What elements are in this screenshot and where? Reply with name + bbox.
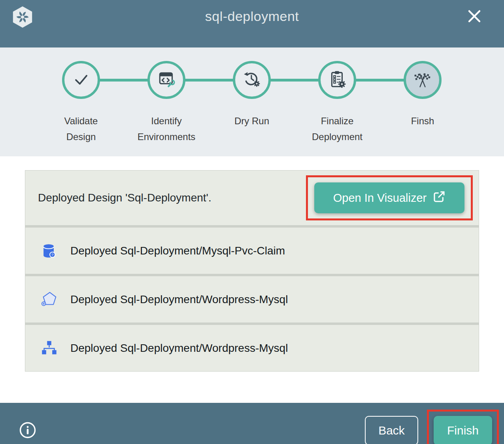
info-button[interactable]: [19, 421, 37, 440]
footer-actions: Back Finish: [365, 410, 499, 444]
deployed-item-row: ? Deployed Sql-Deployment/Mysql-Pvc-Clai…: [25, 227, 479, 274]
step-label: Identify Environments: [138, 113, 196, 145]
finish-annotation-box: Finish: [427, 410, 499, 444]
deployment-result-list: Deployed Design 'Sql-Deployment'. Open I…: [25, 170, 479, 372]
step-label: Dry Run: [234, 113, 269, 129]
finalize-icon: [327, 69, 347, 91]
open-in-visualizer-button[interactable]: Open In Visualizer: [314, 182, 464, 213]
svg-text:?: ?: [51, 252, 53, 257]
open-visualizer-label: Open In Visualizer: [333, 192, 427, 205]
step-label: Validate Design: [64, 113, 98, 145]
deployed-item-text: Deployed Sql-Deployment/Wordpress-Mysql: [70, 293, 288, 306]
hierarchy-icon: [40, 339, 58, 357]
step-finalize-deployment: Finalize Deployment: [294, 61, 380, 145]
step-dry-run: Dry Run: [209, 61, 294, 145]
info-icon: [19, 434, 36, 440]
step-label: Finalize Deployment: [312, 113, 362, 145]
deployment-stepper: Validate Design Identify Environments: [0, 47, 504, 156]
application-icon: [40, 290, 58, 309]
design-result-row: Deployed Design 'Sql-Deployment'. Open I…: [25, 170, 479, 226]
step-validate-design: Validate Design: [38, 61, 124, 145]
modal-title: sql-deployment: [0, 9, 504, 24]
step-identify-environments: Identify Environments: [124, 61, 209, 145]
deployed-item-text: Deployed Sql-Deployment/Wordpress-Mysql: [70, 342, 288, 355]
deployed-item-row: Deployed Sql-Deployment/Wordpress-Mysql: [25, 276, 479, 323]
step-label: Finsh: [411, 113, 434, 129]
code-config-icon: [157, 69, 176, 91]
close-button[interactable]: [465, 7, 483, 25]
finish-flags-icon: [412, 69, 433, 91]
design-result-text: Deployed Design 'Sql-Deployment'.: [38, 192, 211, 204]
deployed-item-row: Deployed Sql-Deployment/Wordpress-Mysql: [25, 324, 479, 372]
open-visualizer-annotation-box: Open In Visualizer: [306, 175, 473, 220]
close-icon: [467, 19, 482, 25]
finish-button[interactable]: Finish: [434, 416, 492, 444]
check-icon: [71, 69, 91, 91]
deployed-item-text: Deployed Sql-Deployment/Mysql-Pvc-Claim: [70, 245, 285, 257]
dry-run-icon: [242, 69, 262, 91]
back-button[interactable]: Back: [365, 416, 418, 444]
external-link-icon: [433, 190, 445, 206]
results-panel: Deployed Design 'Sql-Deployment'. Open I…: [0, 170, 504, 403]
step-finish: Finsh: [380, 61, 465, 145]
modal-footer: Back Finish: [0, 403, 504, 444]
database-icon: ?: [40, 242, 58, 260]
modal-header: sql-deployment: [0, 0, 504, 47]
